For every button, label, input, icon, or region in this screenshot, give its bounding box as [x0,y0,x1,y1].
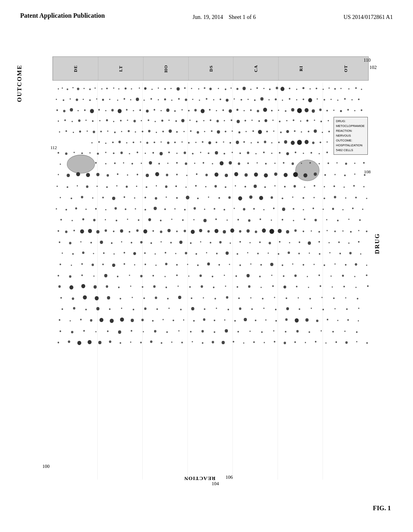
svg-point-170 [231,119,232,121]
svg-point-338 [292,162,294,165]
svg-point-309 [319,153,320,154]
svg-point-628 [334,263,336,264]
svg-point-812 [243,342,244,343]
svg-point-340 [309,162,311,164]
svg-point-51 [340,88,342,89]
svg-point-638 [129,274,130,276]
scatter-plot-area: DRUG: METOCLOPRAMIDE REACTION: NERVOUS O… [52,83,369,480]
svg-point-107 [105,110,106,111]
svg-point-539 [358,230,359,231]
svg-point-219 [246,131,247,132]
svg-point-734 [322,309,324,310]
svg-point-711 [357,298,359,299]
svg-point-54 [361,89,362,90]
svg-point-360 [186,175,188,176]
svg-point-645 [212,276,213,277]
svg-point-401 [274,185,275,187]
publication-title: Patent Application Publication [20,11,105,20]
drug-axis-label: DRUG [374,233,381,254]
svg-point-580 [144,252,146,254]
svg-point-819 [315,341,317,343]
svg-point-790 [321,330,322,331]
svg-point-730 [275,309,277,310]
svg-point-252 [202,141,203,143]
svg-point-351 [96,173,100,176]
svg-point-632 [58,275,59,276]
svg-point-762 [305,318,309,322]
svg-point-398 [244,186,246,187]
svg-point-439 [355,197,357,198]
svg-point-127 [244,110,245,111]
svg-point-121 [201,109,205,113]
svg-point-583 [175,253,176,254]
svg-point-698 [203,297,204,298]
svg-point-130 [263,108,267,112]
svg-point-616 [207,262,210,265]
svg-point-694 [155,297,157,299]
svg-point-578 [123,252,125,254]
svg-point-346 [363,162,365,164]
svg-point-70 [158,99,159,100]
svg-point-418 [134,197,135,199]
svg-point-442 [65,209,67,210]
svg-point-14 [101,88,102,89]
svg-point-18 [125,87,127,89]
svg-point-16 [113,87,114,89]
svg-point-142 [347,109,349,110]
svg-point-558 [230,243,231,244]
svg-point-210 [184,131,185,132]
svg-point-149 [86,120,87,121]
svg-point-412 [71,197,72,199]
svg-point-654 [319,274,320,276]
svg-point-296 [215,151,218,154]
svg-point-589 [237,253,238,255]
svg-point-766 [347,319,349,321]
svg-point-731 [286,307,289,310]
svg-point-649 [259,276,261,277]
svg-point-488 [227,220,228,221]
svg-point-393 [195,185,197,187]
svg-point-537 [342,231,344,232]
svg-point-123 [216,110,217,111]
svg-point-218 [238,131,240,133]
svg-point-21 [144,87,146,89]
svg-point-718 [133,309,134,310]
svg-point-709 [333,297,335,299]
svg-point-41 [276,87,278,89]
svg-point-532 [302,231,304,232]
svg-point-573 [72,253,74,255]
svg-point-498 [337,220,339,221]
svg-point-658 [366,274,367,276]
svg-point-198 [100,131,102,132]
svg-point-813 [253,341,255,343]
svg-point-572 [62,252,63,254]
svg-point-97 [344,98,346,100]
svg-point-597 [319,253,321,255]
svg-point-732 [299,308,300,310]
col-header-de: DE [53,57,98,80]
svg-point-489 [238,219,239,220]
svg-point-455 [194,207,196,210]
svg-point-530 [286,230,289,233]
svg-point-124 [222,109,224,111]
svg-point-642 [176,274,178,276]
svg-point-722 [180,309,182,310]
svg-point-119 [188,110,190,111]
svg-point-113 [146,110,149,112]
svg-point-304 [279,152,281,154]
svg-point-400 [264,186,266,188]
svg-point-230 [322,132,323,133]
svg-point-95 [330,99,332,100]
svg-point-270 [327,141,328,143]
svg-point-699 [215,298,216,299]
svg-point-678 [284,285,286,288]
svg-point-302 [263,152,265,153]
svg-point-800 [120,342,121,344]
svg-point-211 [190,130,192,132]
svg-point-515 [167,229,171,232]
svg-point-370 [284,173,288,177]
svg-point-809 [212,341,214,343]
svg-point-431 [271,196,273,199]
svg-point-769 [71,331,73,333]
svg-point-452 [164,208,166,210]
